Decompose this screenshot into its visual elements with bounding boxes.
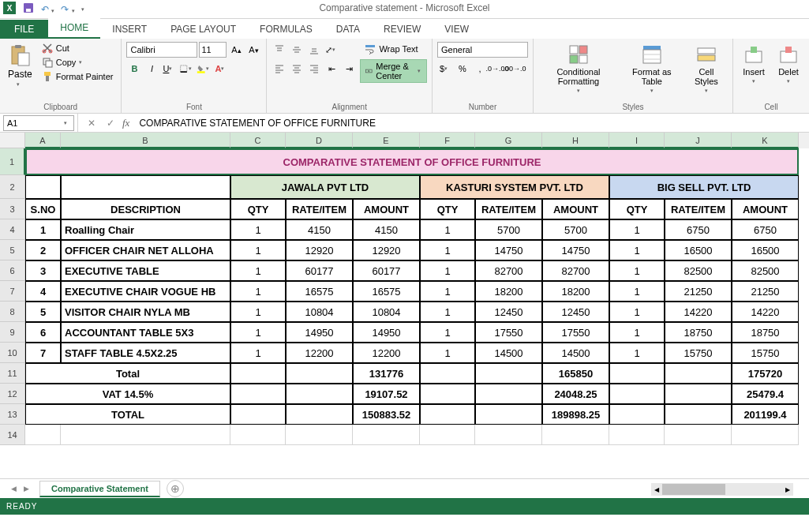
undo-icon[interactable]: ↶ ▾ [41, 4, 54, 15]
decrease-decimal-button[interactable]: .00→.0 [507, 61, 522, 77]
bold-button[interactable]: B [126, 61, 142, 77]
home-tab[interactable]: HOME [48, 18, 100, 39]
col-header[interactable]: H [542, 133, 609, 148]
file-tab[interactable]: FILE [0, 20, 48, 39]
row-header[interactable]: 6 [0, 260, 25, 281]
font-name-select[interactable] [126, 42, 197, 58]
svg-rect-37 [365, 45, 375, 47]
accounting-format-button[interactable]: $▾ [437, 61, 453, 77]
col-header[interactable]: B [61, 133, 230, 148]
align-top-button[interactable] [272, 42, 287, 58]
formulas-tab[interactable]: FORMULAS [248, 20, 324, 39]
tab-nav-next-icon[interactable]: ▶ [21, 483, 32, 494]
conditional-formatting-button[interactable]: Conditional Formatting▾ [538, 42, 619, 101]
col-header[interactable]: I [609, 133, 665, 148]
sheet-tab[interactable]: Comparative Statement [39, 481, 160, 497]
format-painter-button[interactable]: Format Painter [39, 70, 117, 83]
number-format-select[interactable] [437, 42, 528, 58]
enter-formula-icon[interactable]: ✓ [103, 116, 118, 130]
row-header[interactable]: 1 [0, 148, 25, 175]
table-row: 74EXECUTIVE CHAIR VOGUE HB11657516575118… [0, 281, 809, 302]
horizontal-scrollbar[interactable]: ◀ ▶ [651, 483, 793, 496]
sheet-tab-bar: ◀ ▶ Comparative Statement ⊕ ◀ ▶ [0, 478, 809, 498]
table-row: 96ACCOUNTANT TABLE 5X3114950149501175501… [0, 322, 809, 343]
orientation-button[interactable]: ⤢▾ [324, 42, 339, 58]
table-row: 63EXECUTIVE TABLE16017760177182700827001… [0, 260, 809, 281]
scroll-right-icon[interactable]: ▶ [782, 484, 793, 495]
svg-rect-50 [746, 51, 762, 62]
italic-button[interactable]: I [144, 61, 159, 77]
scroll-left-icon[interactable]: ◀ [651, 484, 662, 495]
align-left-button[interactable] [272, 61, 287, 77]
align-bottom-button[interactable] [306, 42, 322, 58]
align-center-button[interactable] [289, 61, 305, 77]
decrease-indent-button[interactable]: ⇤ [324, 61, 339, 77]
col-header[interactable]: G [475, 133, 542, 148]
grow-font-button[interactable]: A▴ [228, 42, 244, 58]
fx-icon[interactable]: fx [122, 117, 129, 129]
font-size-select[interactable] [199, 42, 227, 58]
align-middle-button[interactable] [289, 42, 305, 58]
shrink-font-button[interactable]: A▾ [245, 42, 261, 58]
col-header[interactable]: D [286, 133, 353, 148]
format-as-table-button[interactable]: Format as Table▾ [622, 42, 682, 101]
col-header[interactable]: C [230, 133, 286, 148]
row-header[interactable]: 8 [0, 302, 25, 322]
save-icon[interactable] [22, 2, 35, 17]
data-tab[interactable]: DATA [324, 20, 372, 39]
qat-customize[interactable]: ▾ [81, 6, 88, 13]
formula-input[interactable] [134, 118, 803, 129]
underline-button[interactable]: U▾ [161, 61, 177, 77]
col-header[interactable]: F [420, 133, 475, 148]
percent-format-button[interactable]: % [455, 61, 470, 77]
table-row: 52OFFICER CHAIR NET ALLOHA11292012920114… [0, 240, 809, 260]
copy-button[interactable]: Copy ▾ [39, 56, 117, 69]
col-header[interactable]: A [25, 133, 61, 148]
col-header[interactable]: E [353, 133, 420, 148]
select-all-corner[interactable] [0, 133, 25, 148]
insert-cells-button[interactable]: Insert▾ [738, 42, 770, 101]
cell-styles-button[interactable]: Cell Styles▾ [685, 42, 728, 101]
font-color-button[interactable]: A▾ [213, 61, 229, 77]
vendor-header[interactable]: JAWALA PVT LTD [230, 175, 420, 199]
row-header[interactable]: 5 [0, 240, 25, 260]
review-tab[interactable]: REVIEW [372, 20, 433, 39]
col-header[interactable]: J [665, 133, 732, 148]
svg-rect-52 [781, 51, 796, 62]
cut-button[interactable]: Cut [39, 42, 117, 54]
vendor-header[interactable]: BIG SELL PVT. LTD [609, 175, 799, 199]
row-header[interactable]: 2 [0, 175, 25, 199]
cancel-formula-icon[interactable]: ✕ [84, 116, 99, 130]
name-box[interactable]: A1▾ [3, 115, 74, 131]
row-header[interactable]: 13 [0, 404, 25, 425]
row-header[interactable]: 10 [0, 343, 25, 363]
insert-tab[interactable]: INSERT [100, 20, 159, 39]
view-tab[interactable]: VIEW [433, 20, 481, 39]
row-header[interactable]: 14 [0, 425, 25, 445]
delete-cells-button[interactable]: Delet▾ [773, 42, 804, 101]
title-cell[interactable]: COMPARATIVE STATEMENT OF OFFICE FURNITUR… [25, 148, 799, 175]
row-header[interactable]: 9 [0, 322, 25, 343]
col-header[interactable]: K [732, 133, 799, 148]
spreadsheet-grid[interactable]: A B C D E F G H I J K 1 COMPARATIVE STAT… [0, 133, 809, 478]
row-header[interactable]: 3 [0, 199, 25, 219]
row-header[interactable]: 11 [0, 363, 25, 384]
ribbon: Paste▾ Cut Copy ▾ Format Painter Clipboa… [0, 39, 809, 114]
tab-nav-prev-icon[interactable]: ◀ [8, 483, 19, 494]
row-header[interactable]: 12 [0, 384, 25, 404]
new-sheet-button[interactable]: ⊕ [167, 480, 184, 497]
fill-color-button[interactable]: ▾ [196, 61, 212, 77]
border-button[interactable]: ▾ [178, 61, 194, 77]
svg-rect-44 [643, 46, 661, 50]
redo-icon[interactable]: ↷ ▾ [61, 4, 74, 15]
scroll-thumb[interactable] [662, 484, 725, 495]
paste-button[interactable]: Paste▾ [5, 42, 36, 101]
wrap-text-button[interactable]: Wrap Text [360, 42, 427, 56]
align-right-button[interactable] [306, 61, 322, 77]
page-layout-tab[interactable]: PAGE LAYOUT [159, 20, 248, 39]
row-header[interactable]: 4 [0, 219, 25, 240]
vendor-header[interactable]: KASTURI SYSTEM PVT. LTD [420, 175, 609, 199]
increase-indent-button[interactable]: ⇥ [341, 61, 357, 77]
merge-center-button[interactable]: aMerge & Center ▾ [360, 59, 427, 83]
row-header[interactable]: 7 [0, 281, 25, 302]
